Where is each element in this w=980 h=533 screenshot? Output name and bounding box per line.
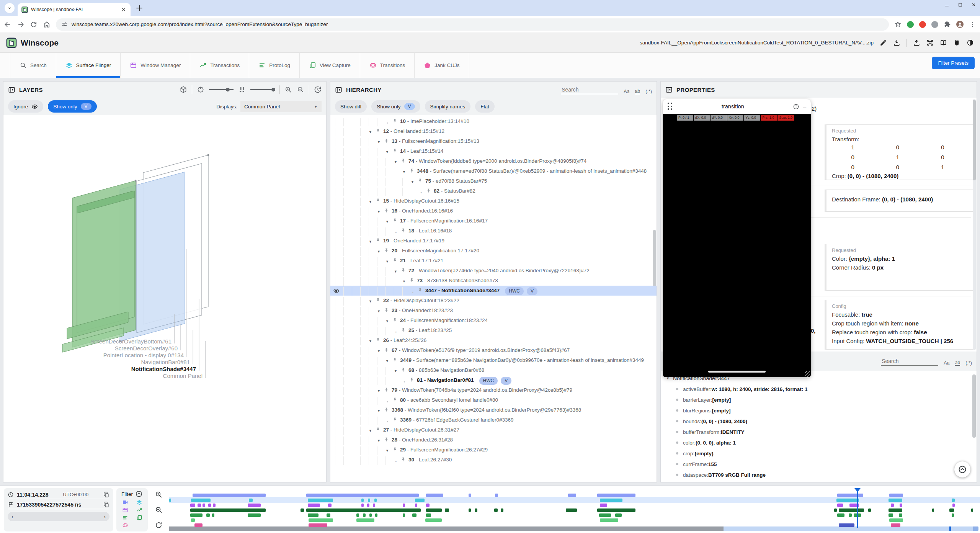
pin-icon[interactable] xyxy=(392,357,400,364)
tab-search-button[interactable] xyxy=(5,3,15,13)
tab-transitions[interactable]: Transitions xyxy=(360,53,415,78)
tree-row[interactable]: ▼13 - FullscreenMagnification:15:15#13 xyxy=(330,136,657,146)
pin-icon[interactable] xyxy=(392,257,400,264)
trace-segment[interactable] xyxy=(952,499,955,502)
expand-arrow-icon[interactable]: ▼ xyxy=(377,247,384,255)
trace-segment[interactable] xyxy=(469,508,471,512)
pin-icon[interactable] xyxy=(392,148,400,155)
layer-label[interactable]: PointerLocation - display 0#134 xyxy=(103,352,184,358)
expand-arrow-icon[interactable]: ▼ xyxy=(411,178,418,185)
trace-segment[interactable] xyxy=(190,504,195,507)
tree-row[interactable]: ▼26 - Leaf:24:25#26 xyxy=(330,335,657,345)
extension-icon-3[interactable] xyxy=(931,21,938,28)
scrollbar[interactable] xyxy=(973,99,976,350)
properties-search-input[interactable] xyxy=(881,357,938,366)
pin-icon[interactable] xyxy=(384,387,392,394)
pin-icon[interactable] xyxy=(392,417,400,423)
pin-icon[interactable] xyxy=(376,337,383,344)
drag-handle-icon[interactable] xyxy=(668,103,673,110)
capture-icon[interactable] xyxy=(136,515,142,521)
timeline-track[interactable] xyxy=(169,523,980,527)
pin-icon[interactable] xyxy=(401,267,408,274)
ns-timestamp[interactable]: 1715339054227572545 ns xyxy=(17,502,100,508)
browser-menu-icon[interactable] xyxy=(969,21,976,28)
list-icon[interactable] xyxy=(122,515,128,521)
pin-icon[interactable] xyxy=(409,277,417,284)
tab-surface-flinger[interactable]: Surface Flinger xyxy=(56,53,121,78)
trace-segment[interactable] xyxy=(952,504,955,507)
flat-button[interactable]: Flat xyxy=(475,100,495,113)
trace-segment[interactable] xyxy=(369,513,372,517)
browser-tab[interactable]: Winscope | sandbox-FAI xyxy=(18,3,131,16)
pin-icon[interactable] xyxy=(376,128,383,135)
expand-arrow-icon[interactable]: ▼ xyxy=(394,267,401,275)
trace-segment[interactable] xyxy=(356,518,374,522)
trace-segment[interactable] xyxy=(249,499,253,502)
pin-icon[interactable] xyxy=(384,347,392,354)
timeline-tracks[interactable] xyxy=(169,488,980,531)
window-icon[interactable] xyxy=(122,507,128,513)
zoom-in-icon[interactable] xyxy=(155,490,163,499)
tree-row[interactable]: ▼14 - Leaf:15:15#14 xyxy=(330,146,657,156)
prev-frame-icon[interactable]: ‹ xyxy=(11,514,13,520)
pin-icon[interactable] xyxy=(376,198,383,204)
property-row[interactable]: blurRegions: [empty] xyxy=(661,405,977,416)
tree-row[interactable]: ▼3368 - WindowToken{f6b2f60 type=2024 an… xyxy=(330,405,657,415)
frame-nav-scrollbar[interactable]: ‹ › xyxy=(8,512,109,521)
expand-arrow-icon[interactable]: ▼ xyxy=(394,367,401,374)
timeline-track[interactable] xyxy=(169,518,980,522)
trace-segment[interactable] xyxy=(501,508,503,512)
trace-segment[interactable] xyxy=(949,508,954,512)
trace-segment[interactable] xyxy=(191,499,211,502)
trace-segment[interactable] xyxy=(193,494,266,497)
trace-segment[interactable] xyxy=(213,504,215,507)
trace-segment[interactable] xyxy=(597,508,635,512)
trace-segment[interactable] xyxy=(839,508,864,512)
tree-row[interactable]: ●3369 - 67726bf EdgeBackGestureHandler0#… xyxy=(330,415,657,425)
trace-segment[interactable] xyxy=(889,508,902,512)
chart-icon[interactable] xyxy=(136,507,142,513)
match-word-icon[interactable]: ab xyxy=(955,360,960,366)
tree-row[interactable]: ▼74 - WindowToken{fdddbe6 type=2000 andr… xyxy=(330,156,657,166)
expand-arrow-icon[interactable]: ▼ xyxy=(385,148,392,155)
expand-arrow-icon[interactable]: ▼ xyxy=(385,357,392,365)
timeline-track[interactable] xyxy=(169,513,980,517)
trace-segment[interactable] xyxy=(191,518,195,522)
profile-avatar[interactable] xyxy=(956,21,964,28)
extension-icon-1[interactable] xyxy=(907,21,914,28)
trace-segment[interactable] xyxy=(190,513,203,517)
pin-icon[interactable] xyxy=(401,327,408,334)
trace-segment[interactable] xyxy=(194,523,203,527)
zoom-out-icon[interactable] xyxy=(155,506,163,514)
videocam-icon[interactable] xyxy=(122,499,128,505)
trace-segment[interactable] xyxy=(837,504,843,507)
layers-icon[interactable] xyxy=(136,499,142,505)
trace-segment[interactable] xyxy=(425,518,441,522)
resize-handle[interactable] xyxy=(805,371,810,377)
trace-segment[interactable] xyxy=(426,513,431,517)
trace-segment[interactable] xyxy=(971,508,973,512)
expand-arrow-icon[interactable]: ▼ xyxy=(394,158,401,165)
pin-icon[interactable] xyxy=(418,287,425,294)
pin-icon[interactable] xyxy=(376,237,383,244)
trace-segment[interactable] xyxy=(361,504,364,507)
trace-segment[interactable] xyxy=(615,513,622,517)
expand-arrow-icon[interactable]: ▼ xyxy=(377,307,384,315)
timeline-cursor-head[interactable] xyxy=(854,488,861,492)
tree-row[interactable]: ●10 - ImePlaceholder:13:14#10 xyxy=(330,116,657,126)
timeline-track[interactable] xyxy=(169,504,980,507)
collapse-panel-icon[interactable] xyxy=(335,86,342,93)
pin-icon[interactable] xyxy=(409,377,417,384)
trace-segment[interactable] xyxy=(203,504,205,507)
extension-icon-2[interactable] xyxy=(919,21,926,28)
timeline-track[interactable] xyxy=(169,494,980,497)
pin-icon[interactable] xyxy=(384,437,392,443)
close-window-icon[interactable] xyxy=(971,2,976,7)
filter-presets-button[interactable]: Filter Presets xyxy=(932,57,975,69)
tree-row[interactable]: ▼68 - 885b63e NavigationBar0#68 xyxy=(330,365,657,375)
tab-window-manager[interactable]: Window Manager xyxy=(121,53,190,78)
report-bug-icon[interactable] xyxy=(953,39,960,46)
maximize-window-icon[interactable] xyxy=(958,2,963,7)
download-icon[interactable] xyxy=(893,39,900,46)
expand-arrow-icon[interactable]: ▼ xyxy=(385,317,392,325)
